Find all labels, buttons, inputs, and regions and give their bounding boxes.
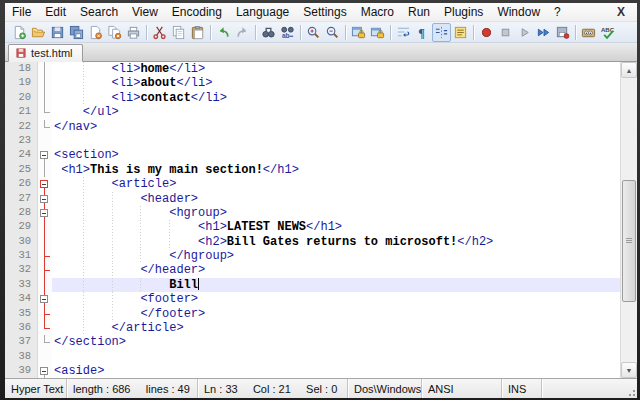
code-text[interactable]: <li>about</li> xyxy=(52,76,620,90)
menu-item-search[interactable]: Search xyxy=(73,3,125,21)
code-line[interactable]: 27 <header> xyxy=(5,192,620,206)
replace-icon[interactable]: ab xyxy=(278,23,297,42)
code-text[interactable] xyxy=(52,350,620,364)
code-text[interactable]: <li>home</li> xyxy=(52,62,620,76)
code-line[interactable]: 32 </header> xyxy=(5,263,620,277)
code-line[interactable]: 26 <article> xyxy=(5,177,620,191)
show-indent-guide-icon[interactable] xyxy=(432,23,451,42)
menu-item-view[interactable]: View xyxy=(125,3,165,21)
save-all-icon[interactable] xyxy=(67,23,86,42)
code-text[interactable]: </nav> xyxy=(52,120,620,134)
code-line[interactable]: 24<section> xyxy=(5,148,620,162)
run-macro-multiple-icon[interactable] xyxy=(534,23,553,42)
code-line[interactable]: 29 <h1>LATEST NEWS</h1> xyxy=(5,220,620,234)
menu-item-macro[interactable]: Macro xyxy=(354,3,401,21)
code-line[interactable]: 35 </footer> xyxy=(5,307,620,321)
line-number[interactable]: 38 xyxy=(5,350,38,364)
open-file-icon[interactable] xyxy=(29,23,48,42)
code-line[interactable]: 20 <li>contact</li> xyxy=(5,91,620,105)
line-number[interactable]: 24 xyxy=(5,148,38,162)
document-monitor-icon[interactable] xyxy=(579,23,598,42)
code-text[interactable]: <article> xyxy=(52,177,620,191)
paste-icon[interactable] xyxy=(188,23,207,42)
menu-item-encoding[interactable]: Encoding xyxy=(165,3,229,21)
close-file-icon[interactable] xyxy=(86,23,105,42)
line-number[interactable]: 27 xyxy=(5,192,38,206)
sync-scroll-vertical-icon[interactable] xyxy=(349,23,368,42)
fold-marker[interactable] xyxy=(38,206,52,220)
line-number[interactable]: 25 xyxy=(5,163,38,177)
code-text[interactable]: </hgroup> xyxy=(52,249,620,263)
resize-grip-icon[interactable] xyxy=(626,387,636,397)
code-text[interactable]: <h2>Bill Gates returns to microsoft!</h2… xyxy=(52,235,620,249)
fold-marker[interactable] xyxy=(38,364,52,378)
line-number[interactable]: 37 xyxy=(5,335,38,349)
save-file-icon[interactable] xyxy=(48,23,67,42)
scroll-up-arrow-icon[interactable]: ▲ xyxy=(621,62,637,78)
line-number[interactable]: 39 xyxy=(5,364,38,378)
code-line[interactable]: 18 <li>home</li> xyxy=(5,62,620,76)
code-text[interactable]: <header> xyxy=(52,192,620,206)
line-number[interactable]: 31 xyxy=(5,249,38,263)
menu-item-help[interactable]: ? xyxy=(547,3,568,21)
code-text[interactable]: <section> xyxy=(52,148,620,162)
code-line[interactable]: 30 <h2>Bill Gates returns to microsoft!<… xyxy=(5,235,620,249)
menu-item-edit[interactable]: Edit xyxy=(38,3,73,21)
fold-marker[interactable] xyxy=(38,192,52,206)
code-line[interactable]: 31 </hgroup> xyxy=(5,249,620,263)
find-icon[interactable] xyxy=(259,23,278,42)
code-line[interactable]: 38 xyxy=(5,350,620,364)
word-wrap-icon[interactable] xyxy=(394,23,413,42)
code-text[interactable]: <li>contact</li> xyxy=(52,91,620,105)
code-line[interactable]: 39<aside> xyxy=(5,364,620,378)
code-line[interactable]: 25 <h1>This is my main section!</h1> xyxy=(5,163,620,177)
line-number[interactable]: 36 xyxy=(5,321,38,335)
stop-recording-icon[interactable] xyxy=(496,23,515,42)
line-number[interactable]: 33 xyxy=(5,278,38,292)
scrollbar-thumb[interactable] xyxy=(622,180,636,302)
line-number[interactable]: 30 xyxy=(5,235,38,249)
code-line[interactable]: 33 Bill xyxy=(5,278,620,292)
code-line[interactable]: 28 <hgroup> xyxy=(5,206,620,220)
close-icon[interactable]: X xyxy=(605,5,637,19)
menu-item-file[interactable]: File xyxy=(5,3,38,21)
show-all-characters-icon[interactable]: ¶ xyxy=(413,23,432,42)
line-number[interactable]: 18 xyxy=(5,62,38,76)
code-line[interactable]: 19 <li>about</li> xyxy=(5,76,620,90)
menu-item-language[interactable]: Language xyxy=(229,3,296,21)
code-text[interactable] xyxy=(52,134,620,148)
code-text[interactable]: </article> xyxy=(52,321,620,335)
undo-icon[interactable] xyxy=(214,23,233,42)
code-line[interactable]: 23 xyxy=(5,134,620,148)
code-line[interactable]: 37</section> xyxy=(5,335,620,349)
start-recording-icon[interactable] xyxy=(477,23,496,42)
line-number[interactable]: 19 xyxy=(5,76,38,90)
code-line[interactable]: 21 </ul> xyxy=(5,105,620,119)
code-text[interactable]: Bill xyxy=(52,278,620,292)
code-text[interactable]: <aside> xyxy=(52,364,620,378)
code-text[interactable]: <hgroup> xyxy=(52,206,620,220)
line-number[interactable]: 29 xyxy=(5,220,38,234)
playback-icon[interactable] xyxy=(515,23,534,42)
code-editor[interactable]: 18 <li>home</li>19 <li>about</li>20 <li>… xyxy=(5,62,637,378)
line-number[interactable]: 20 xyxy=(5,91,38,105)
line-number[interactable]: 35 xyxy=(5,307,38,321)
code-text[interactable]: <footer> xyxy=(52,292,620,306)
fold-marker[interactable] xyxy=(38,148,52,162)
copy-icon[interactable] xyxy=(169,23,188,42)
sync-scroll-horizontal-icon[interactable] xyxy=(368,23,387,42)
cut-icon[interactable] xyxy=(150,23,169,42)
code-line[interactable]: 22</nav> xyxy=(5,120,620,134)
line-number[interactable]: 28 xyxy=(5,206,38,220)
function-list-icon[interactable] xyxy=(451,23,470,42)
redo-icon[interactable] xyxy=(233,23,252,42)
line-number[interactable]: 23 xyxy=(5,134,38,148)
code-text[interactable]: <h1>LATEST NEWS</h1> xyxy=(52,220,620,234)
line-number[interactable]: 32 xyxy=(5,263,38,277)
code-text[interactable]: <h1>This is my main section!</h1> xyxy=(52,163,620,177)
menu-item-run[interactable]: Run xyxy=(401,3,437,21)
scroll-down-arrow-icon[interactable]: ▼ xyxy=(621,362,637,378)
code-line[interactable]: 34 <footer> xyxy=(5,292,620,306)
vertical-scrollbar[interactable]: ▲ ▼ xyxy=(620,62,637,378)
close-all-icon[interactable] xyxy=(105,23,124,42)
